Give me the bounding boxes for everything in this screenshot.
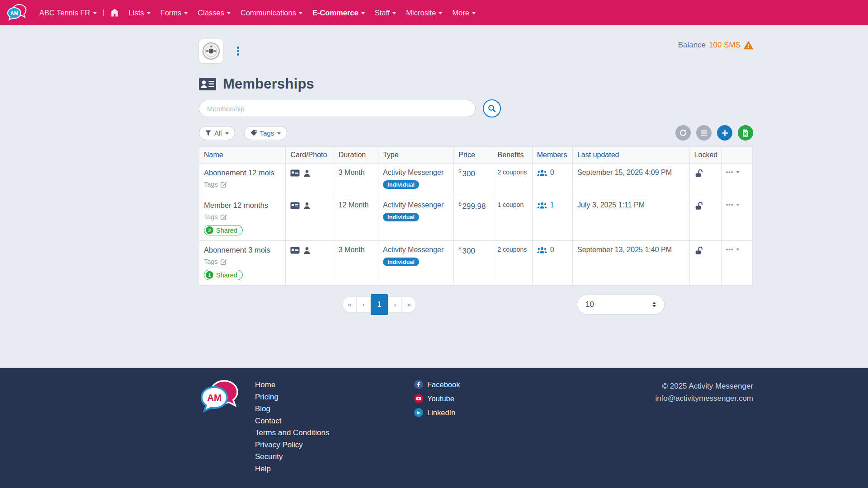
duration-cell: 3 Month — [334, 164, 378, 196]
membership-name[interactable]: Abonnement 12 mois — [204, 169, 281, 177]
nav-label: Classes — [198, 9, 224, 17]
filter-tags-button[interactable]: Tags — [244, 126, 288, 140]
svg-text:in: in — [417, 411, 420, 415]
nav-item-ecommerce[interactable]: E-Commerce — [307, 9, 370, 17]
nav-item-staff[interactable]: Staff — [370, 9, 401, 17]
dot — [237, 47, 239, 49]
members-count: 0 — [550, 246, 554, 254]
pagination-last-button[interactable]: » — [402, 296, 416, 313]
members-link[interactable]: 1 — [537, 201, 568, 209]
table-row: Abonnement 12 mois Tags — [199, 164, 753, 196]
members-count: 1 — [550, 201, 554, 209]
tags-label: Tags — [204, 258, 218, 265]
export-excel-button[interactable] — [738, 125, 753, 141]
footer-link-security[interactable]: Security — [255, 451, 414, 463]
filter-all-button[interactable]: All — [199, 126, 235, 140]
tags-edit-link[interactable]: Tags — [204, 181, 227, 188]
type-badge: Individual — [383, 180, 419, 189]
social-facebook-link[interactable]: Facebook — [414, 380, 460, 389]
footer-link-home[interactable]: Home — [255, 379, 414, 391]
nav-item-communications[interactable]: Communications — [236, 9, 307, 17]
row-actions-button[interactable]: ••• — [726, 201, 740, 208]
nav-item-lists[interactable]: Lists — [124, 9, 156, 17]
list-view-button[interactable] — [696, 125, 712, 141]
row-actions-button[interactable]: ••• — [726, 246, 740, 253]
youtube-icon — [414, 394, 423, 403]
footer-link-blog[interactable]: Blog — [255, 403, 414, 415]
lock-toggle-button[interactable] — [694, 201, 703, 211]
sms-balance[interactable]: Balance 100 SMS — [678, 41, 753, 50]
footer-link-privacy[interactable]: Privacy Policy — [255, 439, 414, 451]
membership-name[interactable]: Member 12 months — [204, 201, 281, 210]
funnel-icon — [205, 130, 211, 136]
excel-file-icon — [742, 129, 749, 137]
footer-link-contact[interactable]: Contact — [255, 415, 414, 427]
ellipsis-icon: ••• — [726, 201, 734, 208]
nav-item-classes[interactable]: Classes — [193, 9, 236, 17]
dot — [237, 53, 239, 56]
add-membership-button[interactable] — [717, 125, 732, 141]
pagination: « ‹ 1 › » — [343, 296, 416, 313]
row-actions-button[interactable]: ••• — [726, 169, 740, 175]
members-icon — [537, 202, 547, 209]
unlock-icon — [694, 246, 703, 255]
chevron-down-icon — [392, 12, 396, 14]
ellipsis-icon: ••• — [726, 246, 734, 253]
lock-toggle-button[interactable] — [694, 169, 703, 179]
footer: AM Home Pricing Blog Contact Terms and C… — [0, 368, 868, 488]
members-link[interactable]: 0 — [537, 169, 568, 177]
social-linkedin-link[interactable]: in LinkedIn — [414, 408, 460, 417]
nav-item-forms[interactable]: Forms — [156, 9, 193, 17]
pagination-page-1[interactable]: 1 — [371, 294, 388, 315]
footer-link-pricing[interactable]: Pricing — [255, 391, 414, 404]
refresh-button[interactable] — [675, 125, 691, 141]
facebook-icon — [414, 380, 423, 389]
search-button[interactable] — [483, 99, 501, 117]
nav-label: Communications — [241, 9, 296, 17]
chevron-down-icon — [184, 12, 188, 14]
shared-count: 2 — [206, 226, 213, 234]
org-switcher[interactable]: ABC Tennis FR — [34, 9, 102, 17]
last-updated-cell: September 15, 2025 4:09 PM — [572, 164, 689, 196]
page-size-select[interactable]: 10 — [577, 295, 665, 314]
members-count: 0 — [550, 169, 554, 177]
lock-toggle-button[interactable] — [694, 246, 703, 256]
org-menu-button[interactable] — [234, 44, 242, 58]
tags-edit-link[interactable]: Tags — [204, 213, 227, 221]
memberships-table: Name Card/Photo Duration Type Price Bene… — [199, 146, 753, 286]
nav-label: Microsite — [406, 9, 436, 17]
pagination-first-button[interactable]: « — [343, 296, 357, 313]
type-cell: Activity Messenger — [383, 201, 449, 209]
col-members: Members — [532, 147, 572, 164]
home-button[interactable] — [105, 9, 124, 17]
price-value: 300 — [462, 247, 475, 255]
search-input[interactable] — [199, 100, 476, 117]
footer-link-terms[interactable]: Terms and Conditions — [255, 427, 414, 439]
members-icon — [537, 247, 547, 253]
contact-email[interactable]: info@activitymessenger.com — [655, 392, 753, 404]
org-avatar[interactable] — [199, 39, 223, 63]
social-youtube-link[interactable]: Youtube — [414, 394, 460, 403]
col-benefits: Benefits — [493, 147, 532, 164]
nav-item-more[interactable]: More — [447, 9, 481, 17]
page-size-value: 10 — [585, 300, 594, 309]
balance-label: Balance — [678, 41, 706, 50]
nav-label: More — [452, 9, 469, 17]
chevron-down-icon — [225, 132, 229, 135]
pagination-prev-button[interactable]: ‹ — [357, 296, 371, 313]
nav-item-microsite[interactable]: Microsite — [401, 9, 447, 17]
type-badge: Individual — [383, 258, 419, 266]
social-label: Youtube — [427, 394, 454, 403]
benefits-cell: 2 coupons — [493, 241, 532, 286]
chevron-down-icon — [736, 204, 740, 206]
balance-value: 100 SMS — [709, 41, 741, 50]
membership-name[interactable]: Abonnement 3 mois — [204, 246, 281, 254]
brand-logo-icon[interactable]: AM — [6, 4, 27, 22]
pencil-square-icon — [221, 258, 227, 265]
members-link[interactable]: 0 — [537, 246, 568, 254]
filter-all-label: All — [214, 129, 222, 137]
footer-link-help[interactable]: Help — [255, 463, 414, 475]
filter-tags-label: Tags — [260, 129, 274, 137]
pagination-next-button[interactable]: › — [388, 296, 402, 313]
tags-edit-link[interactable]: Tags — [204, 258, 227, 265]
